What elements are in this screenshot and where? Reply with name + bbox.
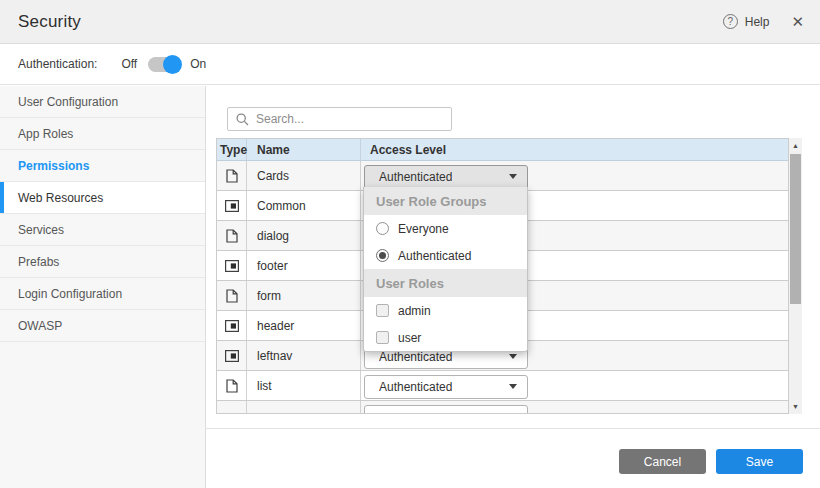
authentication-bar: Authentication: Off On xyxy=(0,44,820,85)
access-level-value: Authenticated xyxy=(379,170,452,184)
column-header-name: Name xyxy=(247,139,361,160)
sidebar-item-permissions[interactable]: Permissions xyxy=(0,150,205,182)
scrollbar-thumb[interactable] xyxy=(790,154,801,304)
partial-icon xyxy=(217,191,247,220)
authentication-toggle[interactable] xyxy=(148,57,179,72)
scroll-down-icon[interactable]: ▼ xyxy=(789,400,802,413)
page-title: Security xyxy=(18,12,81,32)
table-header: Type Name Access Level xyxy=(217,138,788,161)
toggle-on-label: On xyxy=(190,57,206,71)
option-admin[interactable]: admin xyxy=(364,297,527,324)
security-dialog: Security ? Help ✕ Authentication: Off On… xyxy=(0,0,820,488)
option-label: Everyone xyxy=(398,222,449,236)
sidebar-item-owasp[interactable]: OWASP xyxy=(0,310,205,342)
page-icon xyxy=(217,221,247,250)
option-everyone[interactable]: Everyone xyxy=(364,215,527,242)
sidebar-item-label: Services xyxy=(18,223,64,237)
column-header-access-level: Access Level xyxy=(361,139,788,160)
option-label: Authenticated xyxy=(398,249,471,263)
toggle-off-label: Off xyxy=(121,57,137,71)
access-cell xyxy=(361,401,788,414)
row-name: leftnav xyxy=(247,341,361,370)
row-name: list xyxy=(247,371,361,400)
close-icon[interactable]: ✕ xyxy=(791,14,804,29)
table-row: listAuthenticated xyxy=(217,371,788,401)
column-header-type: Type xyxy=(217,139,247,160)
help-link[interactable]: Help xyxy=(745,15,770,29)
titlebar: Security ? Help ✕ xyxy=(0,0,820,44)
chevron-down-icon xyxy=(509,174,517,179)
access-level-dropdown[interactable] xyxy=(364,405,528,415)
checkbox-unchecked-icon xyxy=(376,304,389,317)
access-level-value: Authenticated xyxy=(379,380,452,394)
row-name: dialog xyxy=(247,221,361,250)
page-icon xyxy=(217,161,247,190)
content: Type Name Access Level CardsAuthenticate… xyxy=(206,86,820,488)
sidebar-item-label: Prefabs xyxy=(18,255,59,269)
table-scrollbar[interactable]: ▲ ▼ xyxy=(789,138,802,414)
partial-icon xyxy=(217,341,247,370)
option-label: user xyxy=(398,331,421,345)
option-label: admin xyxy=(398,304,431,318)
row-name: Common xyxy=(247,191,361,220)
partial-icon xyxy=(217,251,247,280)
page-icon xyxy=(217,371,247,400)
table-row xyxy=(217,401,788,414)
option-user[interactable]: user xyxy=(364,324,527,351)
row-name: form xyxy=(247,281,361,310)
save-button[interactable]: Save xyxy=(716,449,803,474)
radio-checked-icon xyxy=(376,249,389,262)
empty-type-cell xyxy=(217,401,247,414)
access-level-dropdown[interactable]: Authenticated xyxy=(364,375,528,399)
option-group-header: User Roles xyxy=(364,269,527,297)
search-box xyxy=(227,107,452,131)
cancel-button[interactable]: Cancel xyxy=(619,449,706,474)
access-level-dropdown[interactable]: Authenticated xyxy=(364,165,528,189)
checkbox-unchecked-icon xyxy=(376,331,389,344)
row-name xyxy=(247,401,361,414)
search-input[interactable] xyxy=(256,112,443,126)
sidebar-item-label: Login Configuration xyxy=(18,287,122,301)
access-level-panel: User Role GroupsEveryoneAuthenticatedUse… xyxy=(363,187,528,352)
chevron-down-icon xyxy=(509,354,517,359)
footer-divider xyxy=(206,428,820,429)
authentication-label: Authentication: xyxy=(18,57,97,71)
radio-unchecked-icon xyxy=(376,222,389,235)
sidebar-item-app-roles[interactable]: App Roles xyxy=(0,118,205,150)
option-group-header: User Role Groups xyxy=(364,187,527,215)
option-authenticated[interactable]: Authenticated xyxy=(364,242,527,269)
sidebar-item-login-configuration[interactable]: Login Configuration xyxy=(0,278,205,310)
sidebar-item-services[interactable]: Services xyxy=(0,214,205,246)
sidebar: User ConfigurationApp RolesPermissionsWe… xyxy=(0,86,206,488)
sidebar-item-prefabs[interactable]: Prefabs xyxy=(0,246,205,278)
sidebar-item-web-resources[interactable]: Web Resources xyxy=(0,182,205,214)
toggle-knob xyxy=(163,55,182,74)
access-cell: Authenticated xyxy=(361,161,788,190)
sidebar-item-user-configuration[interactable]: User Configuration xyxy=(0,86,205,118)
row-name: header xyxy=(247,311,361,340)
chevron-down-icon xyxy=(509,384,517,389)
help-icon[interactable]: ? xyxy=(723,14,738,29)
access-cell: Authenticated xyxy=(361,371,788,400)
row-name: footer xyxy=(247,251,361,280)
row-name: Cards xyxy=(247,161,361,190)
scroll-up-icon[interactable]: ▲ xyxy=(789,139,802,152)
sidebar-item-label: User Configuration xyxy=(18,95,118,109)
sidebar-item-label: Web Resources xyxy=(18,191,103,205)
page-icon xyxy=(217,281,247,310)
search-icon xyxy=(236,113,249,126)
partial-icon xyxy=(217,311,247,340)
sidebar-item-label: App Roles xyxy=(18,127,73,141)
sidebar-item-label: Permissions xyxy=(18,159,89,173)
sidebar-item-label: OWASP xyxy=(18,319,62,333)
